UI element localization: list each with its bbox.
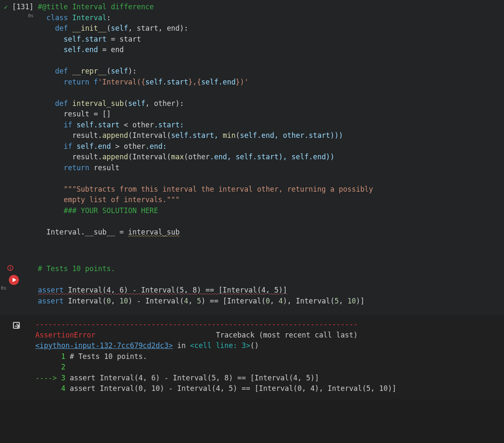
code-editor-1[interactable]: #@title Interval difference class Interv… <box>36 0 504 237</box>
code-cell-1[interactable]: ✓ [131] 0s #@title Interval difference c… <box>0 0 504 253</box>
code-line[interactable]: class Interval: <box>38 13 504 24</box>
code-line[interactable] <box>38 87 504 98</box>
output-area: ----------------------------------------… <box>0 315 504 399</box>
code-line[interactable]: self.start = start <box>38 34 504 45</box>
code-line[interactable]: """Subtracts from this interval the inte… <box>38 184 504 195</box>
tb-line: ----------------------------------------… <box>35 319 504 330</box>
code-line[interactable]: result.append(Interval(max(other.end, se… <box>38 152 504 163</box>
code-line[interactable]: assert Interval(4, 6) - Interval(5, 8) =… <box>38 285 504 296</box>
tb-line: <ipython-input-132-7cc679cd2dc3> in <cel… <box>35 340 504 351</box>
code-line[interactable]: #@title Interval difference <box>38 2 504 13</box>
tb-line: AssertionError Traceback (most recent ca… <box>35 330 504 341</box>
clear-output-icon[interactable] <box>12 324 22 332</box>
code-line[interactable]: empty list of intervals.""" <box>38 195 504 206</box>
cell1-gutter: ✓ [131] 0s <box>0 0 36 237</box>
exec-count: [131] <box>12 3 34 11</box>
code-editor-2[interactable]: # Tests 10 points. assert Interval(4, 6)… <box>23 262 504 306</box>
code-line[interactable]: ### YOUR SOLUTION HERE <box>38 206 504 216</box>
svg-point-2 <box>10 269 10 269</box>
code-line[interactable]: def interval_sub(self, other): <box>38 98 504 109</box>
tb-line: 4 assert Interval(0, 10) - Interval(4, 5… <box>35 383 504 394</box>
cell2-gutter: 0s <box>0 262 23 306</box>
code-line[interactable]: if self.end > other.end: <box>38 141 504 152</box>
status-check-icon: ✓ <box>4 3 8 11</box>
exec-time: 0s <box>0 13 34 20</box>
play-icon <box>13 278 16 282</box>
code-line[interactable]: return result <box>38 163 504 174</box>
code-line[interactable]: def __repr__(self): <box>38 66 504 77</box>
code-line[interactable]: result = [] <box>38 109 504 120</box>
code-line[interactable]: Interval.__sub__ = interval_sub <box>38 227 504 238</box>
status-error-icon <box>7 265 13 273</box>
code-line[interactable]: self.end = end <box>38 45 504 55</box>
code-line[interactable] <box>38 173 504 184</box>
traceback: ----------------------------------------… <box>34 317 504 394</box>
output-gutter <box>0 317 34 394</box>
code-line[interactable] <box>38 55 504 66</box>
code-line[interactable]: def __init__(self, start, end): <box>38 23 504 34</box>
tb-line: 1 # Tests 10 points. <box>35 351 504 362</box>
code-line[interactable]: assert Interval(0, 10) - Interval(4, 5) … <box>38 296 504 307</box>
code-cell-2[interactable]: 0s # Tests 10 points. assert Interval(4,… <box>0 253 504 315</box>
code-line[interactable]: if self.start < other.start: <box>38 120 504 131</box>
traceback-link[interactable]: <ipython-input-132-7cc679cd2dc3> <box>35 341 173 350</box>
run-cell-button[interactable] <box>9 275 19 285</box>
code-line[interactable]: result.append(Interval(self.start, min(s… <box>38 130 504 141</box>
tb-line: 2 <box>35 362 504 373</box>
code-line[interactable]: return f'Interval({self.start},{self.end… <box>38 77 504 88</box>
exec-time: 0s <box>0 285 20 292</box>
code-line[interactable]: # Tests 10 points. <box>38 264 504 274</box>
code-line[interactable] <box>38 216 504 227</box>
tb-line: ----> 3 assert Interval(4, 6) - Interval… <box>35 373 504 384</box>
code-line[interactable] <box>38 274 504 285</box>
